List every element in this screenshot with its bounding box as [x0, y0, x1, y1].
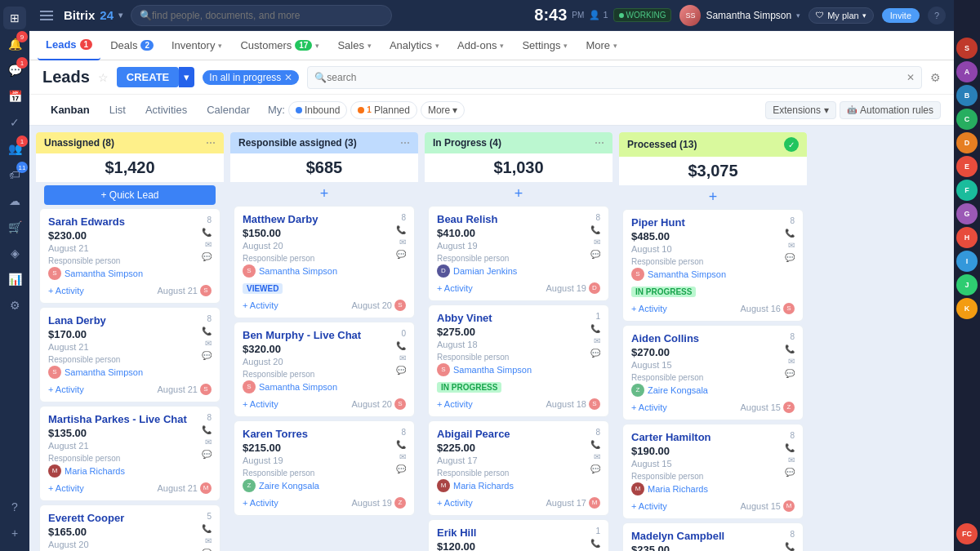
nav-customers[interactable]: Customers 17 ▾	[232, 31, 327, 60]
card-phone-icon[interactable]: 📞	[785, 229, 795, 238]
card-phone-icon[interactable]: 📞	[202, 425, 212, 434]
working-status[interactable]: WORKING	[613, 8, 672, 22]
nav-deals[interactable]: Deals 2	[102, 31, 162, 60]
right-avatar-5[interactable]: D	[956, 132, 978, 153]
right-avatar-8[interactable]: G	[956, 203, 978, 224]
automation-button[interactable]: 🤖 Automation rules	[840, 101, 941, 119]
card-chat-icon[interactable]: 💬	[202, 351, 212, 360]
card-phone-icon[interactable]: 📞	[785, 344, 795, 353]
search-clear[interactable]: ✕	[906, 72, 915, 83]
sidebar-icon-chat[interactable]: 💬 1	[3, 59, 26, 82]
card-chat-icon[interactable]: 💬	[590, 464, 600, 473]
right-avatar-4[interactable]: C	[956, 109, 978, 130]
card-phone-icon[interactable]: 📞	[590, 539, 600, 548]
filter-tag[interactable]: In all in progress ✕	[203, 70, 299, 85]
invite-button[interactable]: Invite	[882, 8, 920, 23]
sidebar-icon-analytics[interactable]: 📊	[3, 268, 26, 291]
tab-calendar[interactable]: Calendar	[198, 100, 258, 120]
nav-inventory[interactable]: Inventory ▾	[163, 31, 230, 60]
extensions-button[interactable]: Extensions ▾	[765, 101, 836, 119]
card-chat-icon[interactable]: 💬	[590, 250, 600, 259]
card-processed-0[interactable]: Piper Hunt $485.00 August 10 Responsible…	[622, 209, 804, 322]
card-email-icon[interactable]: ✉	[205, 339, 212, 348]
create-dropdown-button[interactable]: ▾	[179, 67, 194, 87]
card-unassigned-1[interactable]: Lana Derby $170.00 August 21 Responsible…	[39, 307, 220, 402]
card-activity[interactable]: + Activity	[437, 498, 473, 508]
sidebar-icon-tasks[interactable]: ✓	[3, 111, 26, 134]
card-activity[interactable]: + Activity	[48, 483, 84, 493]
sidebar-icon-shop[interactable]: 🛒	[3, 216, 26, 238]
card-unassigned-2[interactable]: Martisha Parkes - Live Chat $135.00 Augu…	[39, 406, 220, 501]
card-email-icon[interactable]: ✉	[594, 452, 600, 461]
filter-more[interactable]: More ▾	[421, 101, 465, 119]
sidebar-icon-sites[interactable]: ◈	[3, 242, 26, 264]
card-activity[interactable]: + Activity	[243, 300, 278, 310]
quick-lead-btn[interactable]: + Quick Lead	[44, 185, 216, 205]
right-avatar-fc[interactable]: FC	[956, 523, 978, 544]
search-input[interactable]	[152, 10, 383, 21]
card-phone-icon[interactable]: 📞	[590, 324, 600, 333]
right-avatar-7[interactable]: F	[956, 180, 978, 201]
nav-addons[interactable]: Add-ons ▾	[449, 31, 512, 60]
card-activity[interactable]: + Activity	[48, 286, 84, 295]
right-avatar-2[interactable]: A	[956, 61, 978, 82]
card-email-icon[interactable]: ✉	[594, 238, 600, 247]
card-phone-icon[interactable]: 📞	[396, 225, 406, 234]
card-unassigned-3[interactable]: Everett Cooper $165.00 August 20 Respons…	[39, 504, 220, 551]
card-chat-icon[interactable]: 💬	[785, 468, 795, 477]
card-chat-icon[interactable]: 💬	[785, 369, 795, 378]
filter-remove[interactable]: ✕	[284, 72, 292, 83]
card-phone-icon[interactable]: 📞	[785, 443, 795, 452]
card-activity[interactable]: + Activity	[243, 498, 278, 508]
nav-leads[interactable]: Leads 1	[38, 31, 100, 60]
tab-list[interactable]: List	[101, 100, 134, 120]
card-phone-icon[interactable]: 📞	[590, 440, 600, 449]
card-processed-2[interactable]: Carter Hamilton $190.00 August 15 Respon…	[622, 424, 804, 519]
card-responsible-1[interactable]: Ben Murphy - Live Chat $320.00 August 20…	[234, 322, 415, 417]
card-processed-1[interactable]: Aiden Collins $270.00 August 15 Responsi…	[622, 325, 804, 420]
right-avatar-9[interactable]: H	[956, 227, 978, 248]
card-chat-icon[interactable]: 💬	[396, 366, 406, 375]
kanban-search[interactable]: 🔍 ✕	[307, 66, 922, 89]
card-activity[interactable]: + Activity	[631, 304, 667, 313]
card-email-icon[interactable]: ✉	[788, 357, 795, 366]
sidebar-icon-add[interactable]: +	[3, 522, 26, 544]
tab-activities[interactable]: Activities	[137, 100, 195, 120]
create-button[interactable]: CREATE	[117, 67, 179, 87]
card-email-icon[interactable]: ✉	[788, 241, 795, 250]
card-in-progress-3[interactable]: Erik Hill $120.00 August 17 1 📞 ✉ 💬	[428, 519, 609, 551]
card-chat-icon[interactable]: 💬	[396, 464, 406, 473]
hamburger-menu[interactable]	[38, 8, 56, 23]
col-settings-in-progress[interactable]: ⋯	[595, 137, 604, 149]
help-button[interactable]: ?	[928, 7, 946, 24]
card-in-progress-2[interactable]: Abigail Pearce $225.00 August 17 Respons…	[428, 420, 609, 516]
card-email-icon[interactable]: ✉	[399, 452, 406, 461]
card-responsible-2[interactable]: Karen Torres $215.00 August 19 Responsib…	[234, 420, 415, 516]
right-avatar-1[interactable]: S	[956, 38, 978, 59]
filter-inbound[interactable]: Inbound	[288, 101, 347, 119]
nav-sales[interactable]: Sales ▾	[329, 31, 380, 60]
card-activity[interactable]: + Activity	[243, 399, 278, 409]
card-phone-icon[interactable]: 📞	[396, 341, 406, 350]
card-chat-icon[interactable]: 💬	[396, 250, 406, 259]
card-phone-icon[interactable]: 📞	[202, 524, 212, 533]
card-responsible-0[interactable]: Matthew Darby $150.00 August 20 Responsi…	[234, 206, 415, 318]
kanban-search-input[interactable]	[327, 72, 906, 83]
col-add-in-progress[interactable]: +	[425, 182, 612, 206]
card-activity[interactable]: + Activity	[437, 283, 473, 293]
sidebar-icon-contacts[interactable]: 👥 1	[3, 137, 26, 160]
card-email-icon[interactable]: ✉	[594, 336, 600, 345]
card-in-progress-1[interactable]: Abby Vinet $275.00 August 18 Responsible…	[428, 304, 609, 417]
card-processed-3[interactable]: Madelyn Campbell $235.00 August 15 8 📞 ✉…	[622, 522, 804, 551]
sidebar-icon-calendar[interactable]: 📅	[3, 85, 26, 108]
col-add-processed[interactable]: +	[619, 185, 807, 209]
right-avatar-3[interactable]: B	[956, 85, 978, 106]
card-phone-icon[interactable]: 📞	[590, 225, 600, 234]
nav-analytics[interactable]: Analytics ▾	[381, 31, 448, 60]
col-settings-unassigned[interactable]: ⋯	[206, 137, 216, 149]
card-in-progress-0[interactable]: Beau Relish $410.00 August 19 Responsibl…	[428, 206, 609, 301]
col-add-responsible[interactable]: +	[230, 182, 418, 206]
nav-more[interactable]: More ▾	[577, 31, 626, 60]
card-phone-icon[interactable]: 📞	[396, 440, 406, 449]
card-chat-icon[interactable]: 💬	[202, 252, 212, 261]
